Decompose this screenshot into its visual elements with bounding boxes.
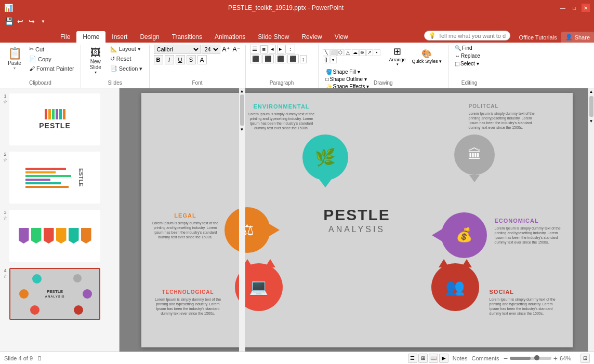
select-button[interactable]: ⬚ Select ▾ (453, 60, 481, 67)
section-button[interactable]: 📑 Section ▾ (108, 64, 145, 73)
tab-animations[interactable]: Animations (208, 31, 252, 43)
slide-thumb-2[interactable]: 2 ☆ ESTLE (2, 151, 117, 205)
maximize-button[interactable]: □ (570, 4, 578, 12)
scroll-up-button[interactable]: ▲ (240, 88, 245, 93)
tab-design[interactable]: Design (134, 31, 165, 43)
shape-cell[interactable]: ↗ (366, 49, 373, 56)
minimize-button[interactable]: — (559, 4, 567, 12)
status-bar: Slide 4 of 9 🗒 ☰ ⊞ 📖 ▶ Notes Comments − … (0, 352, 594, 364)
zoom-level: 64% (560, 355, 576, 361)
increase-font-button[interactable]: A⁺ (221, 46, 231, 53)
office-tutorials-button[interactable]: Office Tutorials (514, 32, 561, 43)
notes-button[interactable]: Notes (453, 355, 468, 361)
arrange-button[interactable]: ⊞ Arrange ▾ (386, 45, 409, 68)
shape-cell[interactable]: ╲ (323, 49, 329, 56)
decrease-indent-button[interactable]: ◂ (269, 45, 276, 53)
zoom-slider[interactable] (510, 357, 551, 360)
layout-button[interactable]: 📐 Layout ▾ (108, 45, 145, 53)
tab-review[interactable]: Review (295, 31, 328, 43)
tab-slideshow[interactable]: Slide Show (252, 31, 295, 43)
slide-1-thumbnail[interactable]: PESTLE (9, 93, 100, 145)
underline-button[interactable]: U (176, 55, 185, 64)
shape-cell[interactable]: ⊕ (359, 49, 366, 56)
justify-button[interactable]: ⬛ (287, 55, 299, 63)
zoom-in-button[interactable]: + (553, 354, 558, 362)
slideshow-view-button[interactable]: ▶ (439, 354, 448, 363)
slide-3-thumbnail[interactable] (9, 210, 100, 262)
tell-me-input[interactable] (438, 33, 506, 39)
scroll-down-button[interactable]: ▼ (240, 127, 245, 132)
bullets-button[interactable]: ☰ (250, 45, 259, 53)
fit-to-window-button[interactable]: ⊡ (580, 354, 590, 363)
quick-access-toolbar: 💾 ↩ ↪ ▼ (0, 16, 52, 27)
slide-2-thumbnail[interactable]: ESTLE (9, 152, 100, 204)
close-button[interactable]: ✕ (582, 4, 590, 12)
normal-view-button[interactable]: ☰ (408, 354, 417, 363)
copy-button[interactable]: 📄 Copy (27, 55, 76, 63)
technological-section: TECHNOLOGICAL Lorem Ipsum is simply dumm… (152, 289, 225, 316)
shape-more-button[interactable]: ▾ (330, 57, 337, 63)
slide-thumb-4[interactable]: 4 ☆ PESTLEANALYSIS (2, 267, 117, 321)
environmental-title: ENVIRONMENTAL (245, 103, 318, 110)
align-left-button[interactable]: ⬛ (250, 55, 261, 63)
quick-styles-button[interactable]: 🎨 Quick Styles ▾ (410, 48, 444, 65)
shape-cell[interactable]: ⋆ (374, 49, 380, 56)
save-qat-button[interactable]: 💾 (4, 17, 14, 26)
vertical-scrollbar[interactable]: ▲ ▼ (239, 88, 245, 352)
tab-insert[interactable]: Insert (105, 31, 134, 43)
columns-button[interactable]: ⋮ (285, 45, 295, 53)
slide-2-star: ☆ (3, 157, 7, 163)
increase-indent-button[interactable]: ▸ (277, 45, 284, 53)
shape-cell[interactable]: ⬜ (330, 49, 337, 56)
slide-thumb-1[interactable]: 1 ☆ PESTLE (2, 92, 117, 146)
zoom-out-button[interactable]: − (504, 354, 508, 362)
scroll-down-right-button[interactable]: ▼ (588, 118, 594, 125)
right-scrollbar[interactable]: ▲ ▼ (588, 88, 594, 352)
format-painter-button[interactable]: 🖌 Format Painter (27, 64, 76, 73)
reset-button[interactable]: ↺ Reset (108, 55, 145, 63)
editing-group: 🔍 Find ↔ Replace ⬚ Select ▾ Editing (448, 45, 490, 88)
font-size-select[interactable]: 24 (202, 45, 220, 54)
shape-fill-button[interactable]: 🪣 Shape Fill ▾ (324, 69, 372, 75)
shape-cell[interactable]: {} (323, 57, 329, 63)
title-bar-left: 📊 (4, 4, 13, 12)
tab-home[interactable]: Home (76, 31, 105, 43)
shape-cell[interactable]: ⬡ (337, 49, 344, 56)
tab-view[interactable]: View (328, 31, 354, 43)
scroll-thumb-right[interactable] (589, 96, 593, 117)
tell-me-bar[interactable]: 💡 (424, 31, 510, 41)
slide-thumb-3[interactable]: 3 ☆ (2, 209, 117, 263)
tab-transitions[interactable]: Transitions (166, 31, 208, 43)
comments-button[interactable]: Comments (471, 355, 499, 361)
status-right: ☰ ⊞ 📖 ▶ Notes Comments − + 64% ⊡ (408, 354, 590, 363)
bold-button[interactable]: B (154, 55, 163, 64)
cut-button[interactable]: ✂ Cut (27, 45, 76, 53)
find-button[interactable]: 🔍 Find (453, 45, 474, 51)
scroll-up-right-button[interactable]: ▲ (588, 88, 594, 95)
decrease-font-button[interactable]: A⁻ (232, 46, 241, 53)
shape-cell[interactable]: △ (345, 49, 351, 56)
political-title: POLITCAL (469, 103, 542, 109)
scroll-thumb-vertical[interactable] (240, 95, 244, 126)
customize-qat-button[interactable]: ▼ (38, 17, 48, 26)
undo-qat-button[interactable]: ↩ (16, 17, 25, 26)
share-button[interactable]: 👤Share (561, 32, 594, 43)
replace-button[interactable]: ↔ Replace (453, 52, 482, 59)
redo-qat-button[interactable]: ↪ (27, 17, 36, 26)
align-center-button[interactable]: ⬛ (262, 55, 274, 63)
tab-file[interactable]: File (54, 31, 76, 43)
window-title: PESTLE_toolkit_19519.pptx - PowerPoint (13, 4, 559, 11)
strikethrough-button[interactable]: S (187, 55, 196, 64)
new-slide-button[interactable]: 🖼 NewSlide ▾ (85, 45, 106, 77)
font-color-button[interactable]: A (197, 55, 207, 64)
paste-button[interactable]: 📋 Paste ▾ (4, 45, 25, 73)
italic-button[interactable]: I (165, 55, 174, 64)
shape-cell[interactable]: ☁ (352, 49, 359, 56)
font-family-select[interactable]: Calibri (154, 45, 201, 54)
slide-sorter-button[interactable]: ⊞ (418, 354, 428, 363)
reading-view-button[interactable]: 📖 (429, 354, 438, 363)
numbered-list-button[interactable]: ≡ (260, 45, 268, 53)
slide-4-thumbnail[interactable]: PESTLEANALYSIS (9, 268, 100, 320)
line-spacing-button[interactable]: ↕ (300, 55, 307, 63)
align-right-button[interactable]: ⬛ (275, 55, 286, 63)
